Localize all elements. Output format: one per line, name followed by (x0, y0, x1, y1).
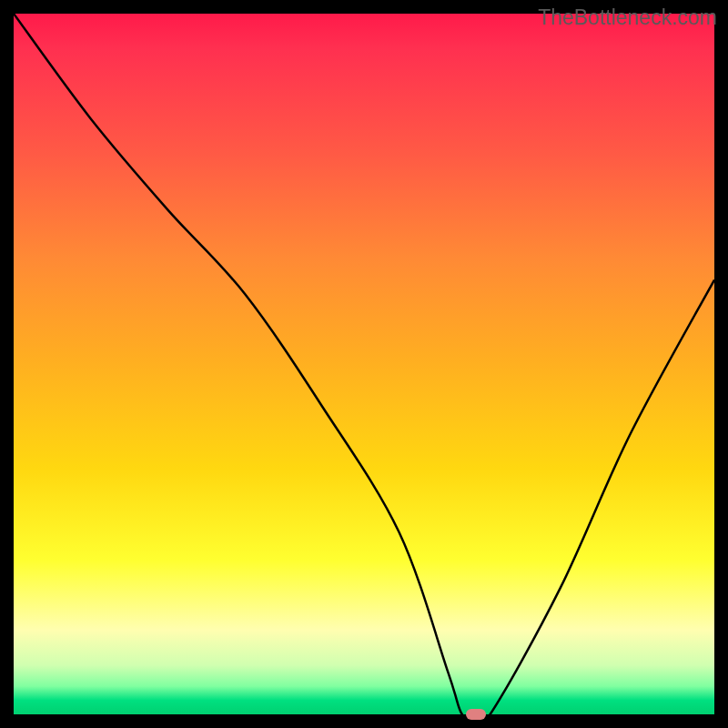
optimum-marker (466, 709, 486, 720)
chart-plot-area (14, 14, 714, 714)
bottleneck-curve (14, 14, 714, 714)
watermark-text: TheBottleneck.com (538, 5, 717, 30)
